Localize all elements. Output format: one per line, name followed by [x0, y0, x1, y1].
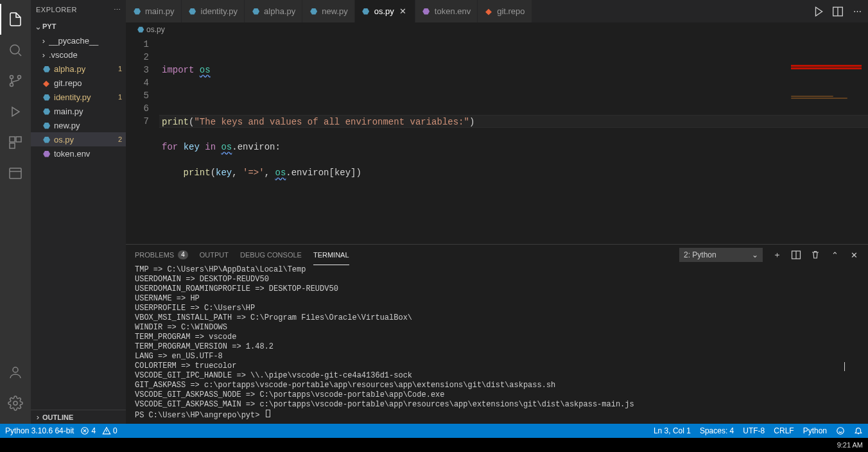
- activity-bar: [0, 0, 31, 424]
- modified-badge: 2: [118, 135, 122, 143]
- svg-point-13: [837, 428, 844, 435]
- editor-tab[interactable]: ⬣main.py: [126, 0, 182, 22]
- editor-tab[interactable]: ⬣os.py✕: [355, 0, 415, 22]
- terminal-line: USERDOMAIN_ROAMINGPROFILE => DESKTOP-REU…: [135, 284, 859, 294]
- tree-label: main.py: [54, 107, 122, 116]
- svg-point-1: [10, 76, 13, 79]
- tree-label: identity.py: [54, 92, 116, 102]
- activity-extra[interactable]: [0, 158, 31, 189]
- explorer-header: EXPLORER ⋯: [31, 0, 126, 19]
- project-section[interactable]: ⌄ PYT: [31, 19, 126, 33]
- editor-tab[interactable]: ⬣identity.py: [182, 0, 245, 22]
- svg-rect-4: [10, 137, 15, 142]
- file-icon: ⬣: [188, 7, 197, 16]
- file-tree: ›__pycache__›.vscode⬣alpha.py1◆git.repo⬣…: [31, 33, 126, 410]
- status-errors[interactable]: 4: [80, 426, 96, 435]
- minimap[interactable]: [791, 39, 862, 47]
- tree-file[interactable]: ⬣new.py: [31, 118, 126, 132]
- chevron-down-icon: ⌄: [33, 22, 42, 31]
- terminal-prompt[interactable]: PS C:\Users\HP\angrepo\pyt>: [135, 410, 859, 421]
- tabs-actions: ⋯: [808, 6, 868, 17]
- activity-extensions[interactable]: [0, 127, 31, 158]
- file-icon: ⬣: [41, 134, 51, 144]
- taskbar-clock: 9:21 AM: [837, 441, 868, 449]
- file-icon: ⬣: [309, 7, 318, 16]
- explorer-title: EXPLORER: [36, 6, 77, 13]
- account-icon: [8, 365, 23, 380]
- terminal-line: WINDIR => C:\WINDOWS: [135, 323, 859, 333]
- tree-file[interactable]: ⬣main.py: [31, 104, 126, 118]
- code-content[interactable]: import os print("The keys and values of …: [159, 37, 868, 244]
- status-eol[interactable]: CRLF: [774, 426, 794, 435]
- tabs: ⬣main.py⬣identity.py⬣alpha.py⬣new.py⬣os.…: [126, 0, 808, 22]
- tree-label: new.py: [54, 121, 122, 130]
- gear-icon: [8, 396, 23, 411]
- files-icon: [8, 12, 23, 27]
- editor-tab[interactable]: ⬣new.py: [302, 0, 354, 22]
- file-icon: ◆: [41, 78, 51, 88]
- terminal-line: GIT_ASKPASS => c:\portapps\vscode-portab…: [135, 381, 859, 390]
- more-icon[interactable]: ⋯: [114, 6, 121, 14]
- terminal-output[interactable]: TMP => C:\Users\HP\AppData\Local\TempUSE…: [126, 265, 868, 424]
- status-warnings[interactable]: 0: [102, 426, 117, 435]
- status-bell-icon[interactable]: [854, 426, 863, 435]
- terminal-line: LANG => en_US.UTF-8: [135, 352, 859, 361]
- activity-explorer[interactable]: [0, 4, 31, 35]
- outline-label: OUTLINE: [42, 413, 73, 421]
- more-actions-icon[interactable]: ⋯: [851, 6, 863, 17]
- tree-file[interactable]: ⬣alpha.py1: [31, 62, 126, 76]
- file-icon: ⬣: [41, 106, 51, 116]
- editor-tab[interactable]: ⬣token.env: [415, 0, 478, 22]
- outline-section[interactable]: › OUTLINE: [31, 410, 126, 424]
- tree-file[interactable]: ◆git.repo: [31, 76, 126, 90]
- terminal-line: VSCODE_GIT_ASKPASS_NODE => C:\portapps\v…: [135, 390, 859, 400]
- tree-file[interactable]: ⬣token.env: [31, 146, 126, 161]
- terminal-line: TMP => C:\Users\HP\AppData\Local\Temp: [135, 265, 859, 275]
- close-icon[interactable]: ✕: [398, 6, 408, 17]
- split-editor-icon[interactable]: [832, 6, 844, 17]
- tree-file[interactable]: ⬣os.py2: [31, 132, 126, 146]
- file-icon: ⬣: [41, 120, 51, 130]
- terminal-line: TERM_PROGRAM_VERSION => 1.48.2: [135, 342, 859, 352]
- modified-badge: 1: [118, 65, 122, 73]
- extensions-icon: [8, 135, 23, 150]
- terminal-line: COLORTERM => truecolor: [135, 361, 859, 371]
- activity-debug[interactable]: [0, 96, 31, 127]
- activity-scm[interactable]: [0, 65, 31, 96]
- play-bug-icon: [8, 104, 23, 119]
- tree-folder[interactable]: ›__pycache__: [31, 33, 126, 48]
- status-feedback-icon[interactable]: [836, 426, 845, 435]
- chevron-right-icon: ›: [40, 51, 48, 58]
- file-icon: ⬣: [132, 7, 141, 16]
- editor-tab[interactable]: ⬣alpha.py: [245, 0, 302, 22]
- breadcrumb-label: os.py: [146, 25, 165, 34]
- tree-folder[interactable]: ›.vscode: [31, 48, 126, 62]
- status-encoding[interactable]: UTF-8: [743, 426, 765, 435]
- tree-label: .vscode: [49, 50, 122, 60]
- status-spaces[interactable]: Spaces: 4: [700, 426, 734, 435]
- breadcrumb[interactable]: ⬣ os.py: [126, 22, 868, 37]
- editor-area: ⬣main.py⬣identity.py⬣alpha.py⬣new.py⬣os.…: [126, 0, 868, 424]
- os-taskbar: 9:21 AM: [0, 438, 868, 452]
- warning-icon: [102, 426, 111, 435]
- activity-account[interactable]: [0, 357, 31, 388]
- svg-point-9: [13, 401, 17, 405]
- status-python[interactable]: Python 3.10.6 64-bit: [5, 426, 74, 435]
- run-icon[interactable]: [813, 6, 824, 17]
- branch-icon: [8, 73, 23, 89]
- status-ln-col[interactable]: Ln 3, Col 1: [654, 426, 691, 435]
- tab-label: os.py: [374, 6, 394, 16]
- file-icon: ⬣: [41, 148, 51, 159]
- chevron-right-icon: ›: [33, 413, 42, 422]
- tab-label: git.repo: [497, 6, 525, 16]
- activity-search[interactable]: [0, 35, 31, 65]
- explorer-sidebar: EXPLORER ⋯ ⌄ PYT ›__pycache__›.vscode⬣al…: [31, 0, 126, 424]
- activity-settings[interactable]: [0, 388, 31, 419]
- editor-tab[interactable]: ◆git.repo: [478, 0, 532, 22]
- tree-label: alpha.py: [54, 64, 116, 74]
- tree-file[interactable]: ⬣identity.py1: [31, 90, 126, 104]
- terminal-line: VBOX_MSI_INSTALL_PATH => C:\Program File…: [135, 313, 859, 323]
- tab-label: alpha.py: [264, 6, 295, 16]
- status-lang[interactable]: Python: [803, 426, 827, 435]
- code-editor[interactable]: 1234567 import os print("The keys and va…: [126, 37, 868, 244]
